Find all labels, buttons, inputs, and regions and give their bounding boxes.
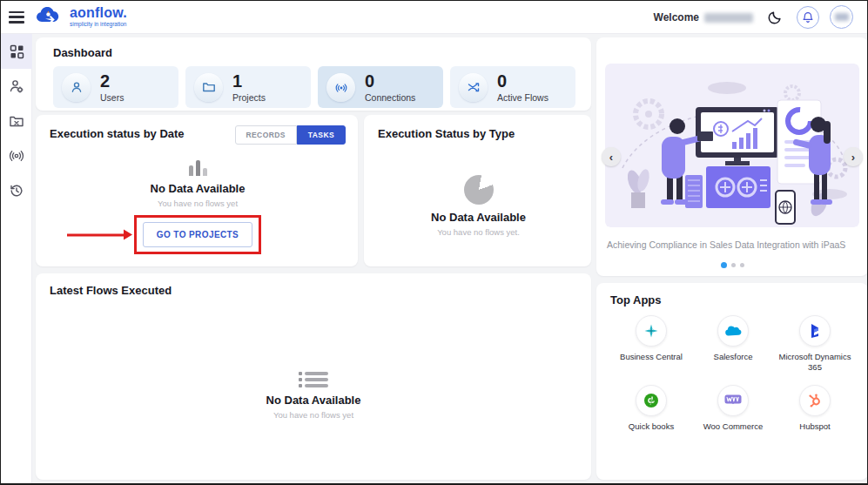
execution-status-by-type-panel: Execution Status by Type No Data Availab…	[364, 115, 591, 266]
app-microsoft-dynamics-365[interactable]: Microsoft Dynamics 365	[774, 315, 856, 373]
list-icon	[299, 372, 328, 387]
red-annotation-arrow	[67, 233, 124, 236]
sidebar-item-projects[interactable]	[1, 104, 32, 138]
app-label: Quick books	[629, 421, 674, 432]
top-apps-title: Top Apps	[610, 293, 856, 306]
brand-logo[interactable]: aonflow. simplicity in integration	[35, 4, 127, 30]
execution-by-type-title: Execution Status by Type	[378, 127, 579, 140]
top-header: aonflow. simplicity in integration Welco…	[1, 1, 867, 34]
main-content: Dashboard 2 Users 1	[32, 34, 867, 483]
execution-status-by-date-panel: Execution status by Date RECORDS TASKS N…	[36, 115, 358, 266]
stat-label: Active Flows	[497, 92, 548, 103]
user-settings-icon	[9, 78, 24, 94]
tasks-toggle-button[interactable]: TASKS	[297, 125, 346, 145]
sidebar-item-history[interactable]	[1, 173, 32, 208]
promo-carousel-panel: ‹ › Achieving Compliance in Sales Data I…	[596, 37, 868, 276]
app-business-central[interactable]: Business Central	[610, 315, 692, 373]
stat-label: Users	[100, 92, 124, 103]
app-window: aonflow. simplicity in integration Welco…	[0, 0, 868, 485]
app-quick-books[interactable]: Quick books	[610, 385, 692, 432]
carousel-dot[interactable]	[740, 263, 744, 267]
dark-mode-moon-icon[interactable]	[764, 6, 786, 29]
business-central-icon	[636, 315, 667, 347]
latest-flows-panel: Latest Flows Executed No Data Available …	[36, 273, 591, 480]
history-clock-icon	[9, 183, 24, 199]
page-title: Dashboard	[53, 46, 575, 59]
empty-state-subtitle: You have no flows yet	[273, 410, 353, 420]
go-to-projects-button[interactable]: GO TO PROJECTS	[143, 222, 252, 247]
top-apps-grid: Business Central Salesforce Microsoft Dy…	[610, 315, 856, 432]
empty-state-title: No Data Available	[266, 394, 361, 407]
stat-card-connections[interactable]: 0 Connections	[318, 66, 443, 108]
app-label: Salesforce	[714, 352, 753, 362]
welcome-text: Welcome	[654, 11, 753, 24]
notifications-bell-icon[interactable]	[797, 6, 819, 29]
carousel-dots	[596, 262, 868, 268]
sidebar-item-dashboard[interactable]	[1, 34, 32, 69]
stat-label: Connections	[365, 92, 415, 103]
app-label: Woo Commerce	[703, 421, 763, 432]
bar-chart-icon	[189, 159, 207, 176]
carousel-illustration	[605, 64, 859, 227]
stat-card-users[interactable]: 2 Users	[53, 66, 178, 108]
quickbooks-icon	[636, 385, 667, 416]
user-icon	[62, 73, 91, 102]
app-salesforce[interactable]: Salesforce	[692, 315, 774, 373]
empty-state-subtitle: You have no flows yet	[158, 199, 238, 208]
app-label: Microsoft Dynamics 365	[777, 352, 852, 373]
stat-value: 2	[100, 72, 124, 91]
dynamics-365-icon	[799, 315, 831, 347]
red-annotation-box: GO TO PROJECTS	[134, 215, 261, 254]
stat-label: Projects	[232, 92, 266, 103]
latest-flows-title: Latest Flows Executed	[50, 284, 577, 297]
user-name-blurred	[704, 13, 753, 23]
records-tasks-toggle: RECORDS TASKS	[235, 125, 347, 145]
projects-folder-icon	[9, 113, 24, 129]
carousel-prev-button[interactable]: ‹	[602, 147, 621, 166]
cloud-logo-icon	[35, 4, 64, 30]
pie-chart-icon	[464, 175, 494, 205]
empty-state-title: No Data Available	[431, 211, 526, 224]
brand-tagline: simplicity in integration	[70, 22, 127, 28]
left-sidebar	[1, 34, 32, 483]
app-label: Hubspot	[799, 421, 830, 432]
carousel-dot[interactable]	[721, 262, 727, 268]
sidebar-item-users[interactable]	[1, 69, 32, 104]
stat-value: 1	[232, 72, 266, 91]
stat-value: 0	[497, 72, 548, 91]
salesforce-cloud-icon	[717, 315, 749, 347]
carousel-next-button[interactable]: ›	[844, 147, 863, 166]
broadcast-icon	[326, 73, 355, 102]
app-hubspot[interactable]: Hubspot	[774, 385, 856, 432]
connections-broadcast-icon	[9, 148, 24, 164]
carousel-dot[interactable]	[731, 263, 736, 267]
app-woo-commerce[interactable]: Woo Commerce	[692, 385, 774, 432]
empty-state-title: No Data Available	[151, 182, 246, 195]
stat-card-projects[interactable]: 1 Projects	[185, 66, 311, 108]
stat-value: 0	[365, 72, 415, 91]
dashboard-overview-panel: Dashboard 2 Users 1	[36, 37, 591, 111]
empty-state-subtitle: You have no flows yet.	[437, 227, 520, 237]
user-avatar[interactable]	[830, 5, 853, 29]
app-label: Business Central	[620, 352, 683, 362]
top-apps-panel: Top Apps Business Central Salesforce	[596, 283, 868, 480]
shuffle-icon	[459, 73, 488, 102]
hamburger-menu-icon[interactable]	[9, 11, 24, 24]
dashboard-grid-icon	[10, 44, 24, 59]
carousel-caption: Achieving Compliance in Sales Data Integ…	[607, 239, 859, 250]
sidebar-item-connections[interactable]	[1, 138, 32, 173]
woocommerce-icon	[717, 385, 749, 416]
stat-card-active-flows[interactable]: 0 Active Flows	[450, 66, 575, 108]
folder-icon	[194, 73, 223, 102]
records-toggle-button[interactable]: RECORDS	[235, 125, 297, 145]
hubspot-icon	[799, 385, 831, 416]
brand-name: aonflow.	[70, 6, 127, 20]
